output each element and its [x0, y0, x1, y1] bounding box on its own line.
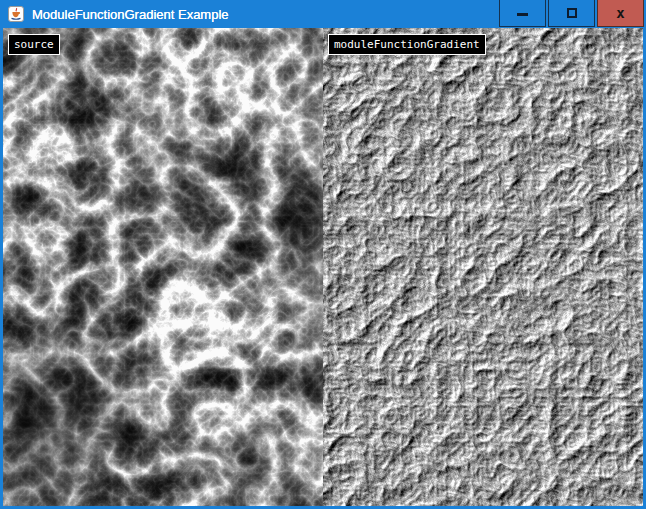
- source-noise-image: [3, 28, 323, 506]
- content-area: source moduleFunctionGradient: [0, 28, 646, 509]
- window-title: ModuleFunctionGradient Example: [32, 7, 229, 22]
- maximize-icon: [567, 8, 577, 18]
- minimize-button[interactable]: [499, 0, 546, 27]
- close-button[interactable]: x: [597, 0, 644, 27]
- app-window: ModuleFunctionGradient Example x source …: [0, 0, 646, 509]
- minimize-icon: [517, 13, 528, 16]
- window-controls: x: [497, 0, 644, 27]
- titlebar[interactable]: ModuleFunctionGradient Example x: [0, 0, 646, 28]
- module-function-gradient-image: [323, 28, 643, 506]
- source-label: source: [8, 34, 60, 55]
- maximize-button[interactable]: [548, 0, 595, 27]
- module-function-gradient-label: moduleFunctionGradient: [328, 34, 486, 55]
- close-icon: x: [616, 6, 624, 20]
- java-coffee-cup-icon: [8, 6, 24, 22]
- source-panel: source: [3, 28, 323, 506]
- gradient-panel: moduleFunctionGradient: [323, 28, 643, 506]
